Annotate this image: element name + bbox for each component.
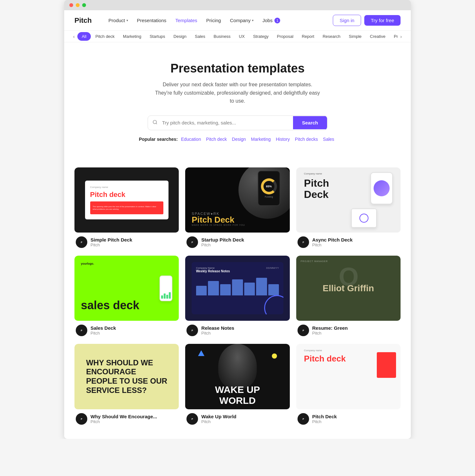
hero-title: Presentation templates [77, 62, 398, 75]
thumb-funding-label: Funding [265, 196, 273, 198]
nav-label-jobs: Jobs [263, 18, 273, 23]
search-input[interactable] [162, 120, 293, 125]
template-name: Wake Up World [201, 414, 236, 419]
nav-link-presentations[interactable]: Presentations [133, 15, 170, 26]
template-meta: P Async Pitch Deck Pitch [296, 233, 401, 249]
template-card-resume[interactable]: Project Manager O Elliot Griffin P [296, 256, 401, 337]
template-thumbnail: Company name PitchDeck [296, 167, 401, 233]
nav-link-templates[interactable]: Templates [171, 15, 201, 26]
search-icon [148, 116, 162, 130]
nav-link-product[interactable]: Product ▾ [105, 15, 132, 26]
bar [244, 283, 255, 295]
template-info: Pitch Deck Pitch [312, 414, 337, 424]
template-card-async[interactable]: Company name PitchDeck [296, 167, 401, 249]
bar [166, 295, 168, 299]
thumb-donut: 65% [261, 178, 277, 194]
popular-searches: Popular searches: Education Pitch deck D… [77, 137, 398, 142]
thumb-company: Company Name [196, 267, 230, 269]
site-logo[interactable]: Pitch [74, 16, 92, 25]
template-author: Pitch [312, 242, 353, 247]
category-item-design[interactable]: Design [170, 31, 190, 42]
category-item-marketing[interactable]: Marketing [119, 31, 145, 42]
next-category-arrow[interactable]: › [398, 31, 404, 42]
template-thumbnail: Project Manager O Elliot Griffin [296, 256, 401, 321]
template-card-wake[interactable]: WAKE UPWORLD P Wake Up World Pitch [185, 344, 289, 426]
minimize-button-dot[interactable] [76, 3, 80, 7]
bar [220, 284, 231, 295]
browser-window: Pitch Product ▾ Presentations Templates … [64, 0, 411, 439]
category-item-creative[interactable]: Creative [366, 31, 389, 42]
close-button-dot[interactable] [69, 3, 73, 7]
category-item-all[interactable]: All [77, 32, 91, 41]
template-info: Simple Pitch Deck Pitch [91, 237, 132, 247]
template-author-avatar: P [76, 236, 87, 248]
category-item-strategy[interactable]: Strategy [249, 31, 272, 42]
popular-link-history[interactable]: History [276, 137, 290, 142]
template-info: Async Pitch Deck Pitch [312, 237, 353, 247]
nav-link-company[interactable]: Company ▾ [226, 15, 257, 26]
category-item-simple[interactable]: Simple [345, 31, 366, 42]
popular-link-marketing[interactable]: Marketing [251, 137, 271, 142]
template-thumbnail: Company Name Weekly Release Notes DD/MM/… [185, 256, 289, 321]
category-item-ux[interactable]: UX [235, 31, 248, 42]
template-name: Simple Pitch Deck [91, 237, 132, 242]
thumb-company-date: Company Name Weekly Release Notes [196, 267, 230, 273]
thumb-circle [374, 180, 390, 196]
thumb-bottom: Spacew●rk Pitch Deck Make work in space … [192, 212, 245, 226]
thumb-bg-text: O [339, 262, 358, 292]
thumb-content: 65% Funding Spacew●rk Pitch Deck Make wo… [185, 167, 289, 233]
template-meta: P Simple Pitch Deck Pitch [74, 233, 179, 249]
thumb-chart-bars [161, 292, 171, 299]
signin-button[interactable]: Sign in [333, 15, 361, 26]
template-name: Why Should We Encourage... [91, 414, 157, 419]
template-card-why[interactable]: WHY SHOULD WEENCOURAGEPEOPLE TO USE OURS… [74, 344, 179, 426]
search-button[interactable]: Search [293, 116, 327, 129]
template-card-simple-pitch[interactable]: Company name Pitch deck The opening slid… [74, 167, 179, 249]
category-item-sales[interactable]: Sales [191, 31, 209, 42]
template-card-pitch3[interactable]: Company name Pitch deck P Pit [296, 344, 401, 426]
template-meta: P Wake Up World Pitch [185, 409, 289, 426]
template-card-release[interactable]: Company Name Weekly Release Notes DD/MM/… [185, 256, 289, 337]
thumb-content: WAKE UPWORLD [185, 344, 289, 409]
nav-label-company: Company [230, 18, 250, 23]
category-item-proposal[interactable]: Proposal [273, 31, 297, 42]
category-item-business[interactable]: Business [210, 31, 235, 42]
popular-link-education[interactable]: Education [181, 137, 201, 142]
nav-label-presentations: Presentations [137, 18, 167, 23]
template-thumb-wrap: Company name Pitch deck The opening slid… [74, 167, 179, 233]
template-thumb-wrap: WHY SHOULD WEENCOURAGEPEOPLE TO USE OURS… [74, 344, 179, 409]
popular-link-sales[interactable]: Sales [323, 137, 334, 142]
popular-link-pitchdeck[interactable]: Pitch deck [206, 137, 227, 142]
category-item-report[interactable]: Report [298, 31, 318, 42]
chevron-down-icon: ▾ [252, 19, 254, 22]
template-card-startup[interactable]: 65% Funding Spacew●rk Pitch Deck Make wo… [185, 167, 289, 249]
try-button[interactable]: Try for free [364, 15, 401, 26]
nav-link-pricing[interactable]: Pricing [203, 15, 225, 26]
category-item-startups[interactable]: Startups [146, 31, 169, 42]
category-item-pitchdeck[interactable]: Pitch deck [91, 31, 118, 42]
template-meta: P Sales Deck Pitch [74, 321, 179, 337]
thumb-crosshair [359, 214, 368, 223]
nav-link-jobs[interactable]: Jobs 1 [259, 15, 284, 26]
template-meta: P Startup Pitch Deck Pitch [185, 233, 289, 249]
category-item-research[interactable]: Research [319, 31, 344, 42]
bar [232, 279, 243, 295]
prev-category-arrow[interactable]: ‹ [71, 31, 77, 42]
template-author-avatar: P [298, 413, 309, 425]
template-author: Pitch [201, 331, 234, 336]
maximize-button-dot[interactable] [82, 3, 86, 7]
template-thumb-wrap: Company Name Weekly Release Notes DD/MM/… [185, 256, 289, 321]
svg-text:P: P [192, 329, 193, 332]
template-card-sales[interactable]: yourlogo. sales deck [74, 256, 179, 337]
template-meta: P Release Notes Pitch [185, 321, 289, 337]
thumb-content: Company name Pitch deck [304, 349, 393, 404]
category-item-professional[interactable]: Professional [390, 31, 398, 42]
template-thumb-wrap: WAKE UPWORLD [185, 344, 289, 409]
thumb-tagline: Make work in space work for you [192, 224, 245, 226]
bar [169, 292, 171, 299]
bar [208, 281, 219, 295]
popular-link-design[interactable]: Design [232, 137, 246, 142]
popular-link-pitchdecks[interactable]: Pitch decks [295, 137, 318, 142]
template-info: Startup Pitch Deck Pitch [201, 237, 244, 247]
template-thumb-wrap: Company name Pitch deck [296, 344, 401, 409]
